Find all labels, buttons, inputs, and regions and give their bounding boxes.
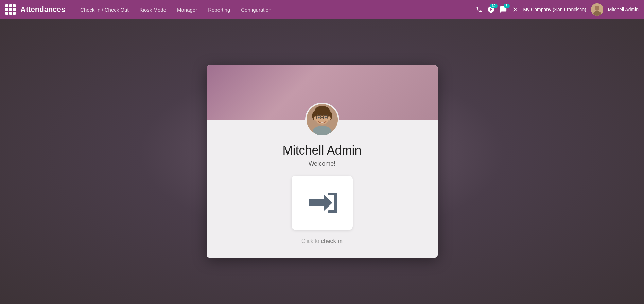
activity-badge: 30 xyxy=(490,4,497,8)
svg-point-15 xyxy=(313,126,331,137)
svg-point-13 xyxy=(318,117,320,119)
nav-right: 30 6 My Company (San Francisco) Mitchell… xyxy=(476,3,639,16)
nav-kiosk-mode[interactable]: Kiosk Mode xyxy=(135,5,171,15)
kiosk-avatar-wrapper xyxy=(305,103,339,137)
user-name: Mitchell Admin xyxy=(608,7,639,12)
nav-reporting[interactable]: Reporting xyxy=(203,5,235,15)
kiosk-welcome-text: Welcome! xyxy=(309,160,336,167)
messages-badge: 6 xyxy=(504,4,510,8)
check-in-label: Click to check in xyxy=(301,238,343,244)
kiosk-avatar xyxy=(305,103,339,137)
svg-point-1 xyxy=(595,6,599,11)
messages-icon[interactable]: 6 xyxy=(500,6,507,13)
close-icon[interactable] xyxy=(512,6,519,13)
app-brand: Attendances xyxy=(20,5,65,14)
kiosk-body: Mitchell Admin Welcome! Click to check i… xyxy=(207,120,438,258)
activity-icon[interactable]: 30 xyxy=(487,6,495,13)
phone-icon[interactable] xyxy=(476,6,483,13)
kiosk-header xyxy=(207,65,438,120)
kiosk-user-name: Mitchell Admin xyxy=(282,143,361,158)
user-avatar[interactable] xyxy=(591,3,603,16)
svg-marker-16 xyxy=(309,195,332,211)
check-in-button[interactable] xyxy=(292,176,353,230)
nav-manager[interactable]: Manager xyxy=(172,5,202,15)
company-name: My Company (San Francisco) xyxy=(523,7,586,12)
check-in-arrow-icon xyxy=(305,189,339,216)
navbar: Attendances Check In / Check Out Kiosk M… xyxy=(0,0,644,19)
main-content: Mitchell Admin Welcome! Click to check i… xyxy=(0,19,644,304)
nav-check-in-out[interactable]: Check In / Check Out xyxy=(75,5,134,15)
svg-point-14 xyxy=(325,117,327,119)
apps-grid-icon[interactable] xyxy=(5,4,16,15)
nav-configuration[interactable]: Configuration xyxy=(236,5,276,15)
kiosk-card: Mitchell Admin Welcome! Click to check i… xyxy=(207,65,438,258)
nav-menu: Check In / Check Out Kiosk Mode Manager … xyxy=(75,5,476,15)
